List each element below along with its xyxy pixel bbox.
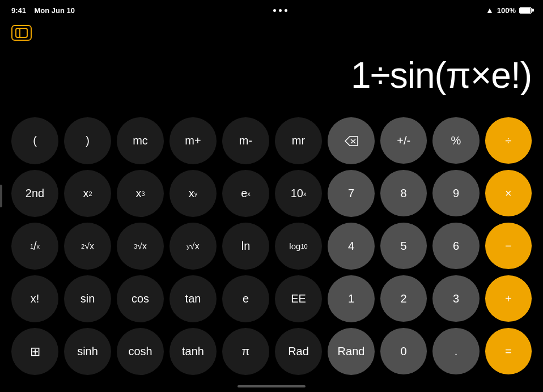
sidebar-toggle-icon (15, 28, 28, 38)
sin-key[interactable]: sin (64, 275, 111, 322)
one-key[interactable]: 1 (328, 275, 375, 322)
five-key[interactable]: 5 (380, 223, 427, 269)
key-row-row3: 1/x2√x3√xy√xlnlog10456− (11, 223, 532, 270)
x-squared-key[interactable]: x2 (64, 170, 111, 217)
two-key[interactable]: 2 (380, 275, 427, 322)
time: 9:41 (11, 6, 26, 15)
four-key[interactable]: 4 (328, 223, 375, 270)
m-plus-key[interactable]: m+ (169, 117, 217, 164)
add-key[interactable]: + (485, 275, 532, 322)
cosh-key[interactable]: cosh (117, 328, 164, 375)
m-minus-key[interactable]: m- (222, 117, 269, 164)
sinh-key[interactable]: sinh (64, 328, 111, 375)
status-right: ▲ 100% (486, 6, 532, 15)
date: Mon Jun 10 (34, 6, 75, 15)
battery-text: 100% (497, 6, 516, 15)
reciprocal-key[interactable]: 1/x (11, 223, 58, 270)
rand-key[interactable]: Rand (328, 328, 375, 375)
cos-key[interactable]: cos (117, 275, 164, 322)
backspace-key[interactable] (328, 117, 375, 164)
key-row-row4: x!sincostaneEE123+ (11, 275, 532, 322)
battery-icon (519, 7, 532, 14)
status-time-date: 9:41 Mon Jun 10 (11, 6, 75, 15)
three-key[interactable]: 3 (432, 275, 479, 322)
key-row-row1: ()mcm+m-mr+/-%÷ (11, 117, 532, 164)
six-key[interactable]: 6 (432, 223, 479, 269)
dot3 (285, 9, 287, 12)
calculator-display: 1÷sin(π×e!) (45, 34, 532, 102)
nine-key[interactable]: 9 (432, 170, 479, 216)
euler-key[interactable]: e (222, 275, 269, 322)
mr-key[interactable]: mr (275, 117, 322, 164)
seven-key[interactable]: 7 (328, 170, 375, 217)
percent-key[interactable]: % (432, 117, 479, 164)
subtract-key[interactable]: − (485, 223, 532, 269)
display-expression: 1÷sin(π×e!) (351, 54, 532, 96)
status-center-dots (273, 9, 287, 12)
equals-key[interactable]: = (485, 328, 532, 374)
second-key[interactable]: 2nd (11, 170, 58, 217)
open-paren-key[interactable]: ( (11, 117, 58, 164)
dot2 (279, 9, 282, 12)
yth-root-key[interactable]: y√x (169, 223, 217, 270)
svg-rect-0 (16, 28, 27, 37)
multiply-key[interactable]: × (485, 170, 532, 216)
x-to-y-key[interactable]: xy (169, 170, 217, 217)
plus-minus-key[interactable]: +/- (380, 117, 427, 164)
battery-fill (520, 8, 531, 13)
close-paren-key[interactable]: ) (64, 117, 111, 164)
x-cubed-key[interactable]: x3 (117, 170, 164, 217)
dot1 (273, 9, 276, 12)
factorial-key[interactable]: x! (11, 275, 58, 322)
status-bar: 9:41 Mon Jun 10 ▲ 100% (0, 0, 543, 20)
eight-key[interactable]: 8 (380, 170, 427, 216)
key-row-row2: 2ndx2x3xyex10x789× (11, 170, 532, 217)
home-indicator (237, 385, 306, 387)
calculator-mode-key[interactable]: ⊞ (11, 328, 58, 375)
ten-to-x-key[interactable]: 10x (275, 170, 322, 217)
wifi-icon: ▲ (486, 6, 494, 15)
zero-key[interactable]: 0 (380, 328, 427, 374)
keypad: ()mcm+m-mr+/-%÷2ndx2x3xyex10x789×1/x2√x3… (11, 117, 532, 375)
decimal-key[interactable]: . (432, 328, 479, 374)
ee-key[interactable]: EE (275, 275, 322, 322)
sidebar-toggle-button[interactable] (11, 25, 32, 41)
divide-key[interactable]: ÷ (485, 117, 532, 164)
rad-key[interactable]: Rad (275, 328, 322, 375)
ln-key[interactable]: ln (222, 223, 269, 270)
tan-key[interactable]: tan (169, 275, 217, 322)
tanh-key[interactable]: tanh (169, 328, 217, 375)
pi-key[interactable]: π (222, 328, 269, 375)
cbrt-key[interactable]: 3√x (117, 223, 164, 270)
sidebar-drag-handle (0, 185, 2, 207)
key-row-row5: ⊞sinhcoshtanhπRadRand0.= (11, 328, 532, 375)
sqrt-key[interactable]: 2√x (64, 223, 111, 270)
log10-key[interactable]: log10 (275, 223, 322, 270)
mc-key[interactable]: mc (117, 117, 164, 164)
e-to-x-key[interactable]: ex (222, 170, 269, 217)
